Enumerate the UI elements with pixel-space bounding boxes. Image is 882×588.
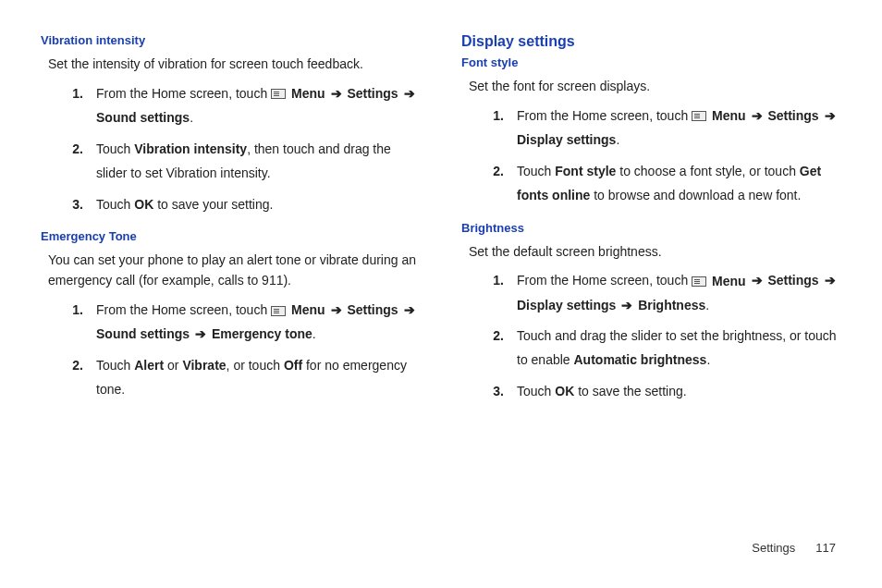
footer-section: Settings: [752, 541, 795, 555]
text: Touch: [517, 164, 555, 178]
path-segment: Settings: [347, 302, 398, 317]
menu-icon: [692, 276, 706, 287]
arrow-icon: ➔: [402, 302, 417, 317]
menu-label: Menu: [291, 299, 325, 323]
step-number: 2.: [487, 160, 504, 208]
step-number: 1.: [487, 104, 504, 153]
bold-term: Font style: [555, 164, 616, 178]
arrow-icon: ➔: [329, 86, 344, 101]
path-segment: Emergency tone: [212, 326, 312, 341]
list-item: 3. Touch OK to save your setting.: [67, 193, 421, 217]
bold-term: Off: [284, 358, 302, 373]
heading-brightness: Brightness: [461, 221, 841, 235]
list-item: 2. Touch Alert or Vibrate, or touch Off …: [67, 354, 421, 402]
arrow-icon: ➔: [750, 108, 765, 123]
step-body: From the Home screen, touch Menu ➔ Setti…: [517, 104, 841, 153]
step-body: Touch and drag the slider to set the bri…: [517, 325, 841, 373]
text: , or touch: [227, 358, 284, 373]
step-body: Touch OK to save the setting.: [517, 380, 841, 404]
text: .: [190, 110, 193, 125]
list-item: 1. From the Home screen, touch Menu ➔ Se…: [487, 269, 841, 317]
arrow-icon: ➔: [193, 326, 208, 341]
step-number: 3.: [487, 380, 504, 404]
menu-icon: [271, 306, 286, 316]
right-column: Display settings Font style Set the font…: [461, 33, 841, 417]
text: .: [706, 352, 710, 367]
menu-label: Menu: [712, 270, 746, 294]
arrow-icon: ➔: [619, 298, 634, 312]
steps-font-style: 1. From the Home screen, touch Menu ➔ Se…: [487, 104, 841, 208]
path-segment: Sound settings: [96, 326, 190, 341]
text: .: [312, 326, 316, 341]
list-item: 3. Touch OK to save the setting.: [487, 380, 841, 404]
text: Touch: [96, 358, 134, 373]
text: From the Home screen, touch: [96, 302, 271, 317]
path-segment: Settings: [767, 108, 818, 123]
text: From the Home screen, touch: [96, 86, 271, 101]
heading-emergency-tone: Emergency Tone: [41, 229, 421, 243]
text: From the Home screen, touch: [517, 273, 692, 288]
path-segment: Display settings: [517, 298, 616, 312]
arrow-icon: ➔: [750, 273, 765, 288]
step-number: 2.: [67, 354, 83, 402]
list-item: 2. Touch Font style to choose a font sty…: [487, 160, 841, 208]
list-item: 1. From the Home screen, touch Menu ➔ Se…: [67, 82, 421, 130]
step-body: Touch OK to save your setting.: [96, 193, 421, 217]
step-number: 1.: [67, 82, 83, 130]
menu-icon: [271, 89, 286, 99]
path-segment: Brightness: [638, 298, 705, 312]
text: Touch: [96, 197, 134, 212]
bold-term: Alert: [134, 358, 164, 373]
heading-font-style: Font style: [461, 55, 841, 69]
bold-term: Vibration intensity: [134, 141, 247, 156]
menu-label: Menu: [712, 104, 746, 129]
bold-term: OK: [134, 197, 153, 212]
text: Touch: [96, 141, 134, 156]
steps-brightness: 1. From the Home screen, touch Menu ➔ Se…: [487, 269, 841, 404]
footer-page-number: 117: [815, 541, 836, 555]
step-number: 1.: [487, 269, 504, 317]
text: or: [164, 358, 182, 373]
intro-emergency: You can set your phone to play an alert …: [48, 251, 421, 290]
path-segment: Display settings: [517, 132, 616, 147]
intro-vibration: Set the intensity of vibration for scree…: [48, 55, 421, 75]
arrow-icon: ➔: [402, 86, 417, 101]
heading-display-settings: Display settings: [461, 33, 841, 50]
step-body: From the Home screen, touch Menu ➔ Setti…: [96, 299, 421, 347]
arrow-icon: ➔: [823, 273, 838, 288]
intro-brightness: Set the default screen brightness.: [469, 242, 841, 263]
text: From the Home screen, touch: [517, 108, 692, 123]
menu-icon: [692, 111, 706, 121]
heading-vibration-intensity: Vibration intensity: [41, 33, 421, 47]
text: .: [616, 132, 619, 147]
arrow-icon: ➔: [823, 108, 838, 123]
list-item: 1. From the Home screen, touch Menu ➔ Se…: [487, 104, 841, 153]
step-body: Touch Font style to choose a font style,…: [517, 160, 841, 208]
menu-label: Menu: [291, 82, 325, 106]
text: Touch: [517, 384, 555, 398]
bold-term: OK: [555, 384, 574, 398]
step-body: Touch Alert or Vibrate, or touch Off for…: [96, 354, 421, 402]
page-footer: Settings 117: [752, 541, 836, 555]
bold-term: Vibrate: [182, 358, 226, 373]
text: to save the setting.: [574, 384, 686, 398]
path-segment: Settings: [347, 86, 398, 101]
list-item: 2. Touch Vibration intensity, then touch…: [67, 138, 421, 186]
text: .: [705, 298, 709, 312]
steps-emergency: 1. From the Home screen, touch Menu ➔ Se…: [67, 299, 421, 402]
bold-term: Automatic brightness: [574, 352, 707, 367]
left-column: Vibration intensity Set the intensity of…: [41, 33, 421, 417]
text: to browse and download a new font.: [590, 188, 801, 202]
text: to choose a font style, or touch: [616, 164, 799, 178]
step-number: 1.: [67, 299, 83, 347]
step-body: Touch Vibration intensity, then touch an…: [96, 138, 421, 186]
path-segment: Settings: [767, 273, 818, 288]
list-item: 1. From the Home screen, touch Menu ➔ Se…: [67, 299, 421, 347]
text: to save your setting.: [153, 197, 273, 212]
list-item: 2. Touch and drag the slider to set the …: [487, 325, 841, 373]
step-number: 2.: [487, 325, 504, 373]
step-body: From the Home screen, touch Menu ➔ Setti…: [96, 82, 421, 130]
intro-font-style: Set the font for screen displays.: [469, 77, 841, 97]
step-number: 3.: [67, 193, 83, 217]
step-body: From the Home screen, touch Menu ➔ Setti…: [517, 269, 841, 317]
